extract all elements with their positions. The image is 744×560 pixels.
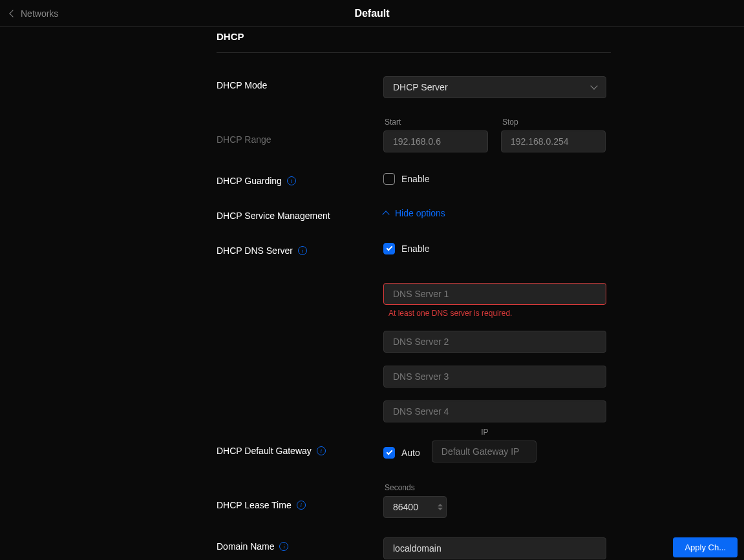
checkbox-guarding-enable[interactable] (383, 173, 395, 185)
input-dns-server-4[interactable] (383, 400, 606, 422)
input-range-stop[interactable] (501, 130, 606, 152)
section-title: DHCP (217, 27, 611, 52)
checkbox-gateway-auto[interactable] (383, 447, 395, 459)
label-range-start: Start (383, 118, 488, 127)
page-title: Default (354, 8, 389, 19)
label-lease-seconds: Seconds (383, 483, 611, 492)
input-dns-server-3[interactable] (383, 366, 606, 388)
dhcp-mode-value: DHCP Server (393, 82, 448, 92)
number-spinner[interactable] (438, 504, 443, 510)
info-icon[interactable]: i (298, 246, 307, 255)
label-default-gateway: DHCP Default Gateway i (217, 442, 383, 456)
dns-error-text: At least one DNS server is required. (383, 309, 611, 318)
label-gateway-ip: IP (432, 428, 537, 437)
chevron-down-icon (590, 82, 597, 89)
back-nav[interactable]: Networks (10, 8, 58, 19)
row-dhcp-range: DHCP Range Start Stop (217, 118, 611, 152)
spinner-down-icon[interactable] (438, 508, 443, 510)
label-dns-enable: Enable (401, 244, 430, 254)
label-gateway-auto: Auto (401, 448, 420, 458)
row-dhcp-guarding: DHCP Guarding i Enable (217, 172, 611, 194)
input-dns-server-2[interactable] (383, 331, 606, 353)
row-domain-name: Domain Name i (217, 537, 611, 559)
form-container: DHCP DHCP Mode DHCP Server DHCP Range St… (217, 27, 611, 559)
content-area: DHCP DHCP Mode DHCP Server DHCP Range St… (0, 27, 744, 560)
input-gateway-ip[interactable] (432, 441, 537, 462)
label-dns-server: DHCP DNS Server i (217, 242, 383, 256)
label-dhcp-mode: DHCP Mode (217, 76, 383, 90)
label-lease-time: DHCP Lease Time i (217, 483, 383, 510)
row-default-gateway: DHCP Default Gateway i Auto IP (217, 442, 611, 464)
row-dns-inputs: At least one DNS server is required. (217, 283, 611, 422)
label-dhcp-range: DHCP Range (217, 118, 383, 145)
dhcp-mode-select[interactable]: DHCP Server (383, 76, 606, 98)
info-icon[interactable]: i (317, 446, 326, 455)
info-icon[interactable]: i (279, 542, 288, 551)
footer-actions: Apply Ch... (666, 535, 744, 560)
label-service-mgmt: DHCP Service Management (217, 207, 383, 221)
page-header: Networks Default (0, 0, 744, 27)
row-dns-server: DHCP DNS Server i Enable (217, 242, 611, 264)
row-dhcp-mode: DHCP Mode DHCP Server (217, 76, 611, 98)
section-divider (217, 52, 611, 53)
input-dns-server-1[interactable] (383, 283, 606, 305)
label-guarding-enable: Enable (401, 174, 430, 184)
checkbox-dns-enable[interactable] (383, 243, 395, 254)
spinner-up-icon[interactable] (438, 504, 443, 506)
info-icon[interactable]: i (287, 176, 296, 185)
chevron-up-icon (382, 211, 389, 218)
back-label: Networks (21, 8, 58, 19)
input-domain-name[interactable] (383, 537, 606, 559)
apply-changes-button[interactable]: Apply Ch... (673, 537, 738, 557)
row-service-mgmt: DHCP Service Management Hide options (217, 207, 611, 229)
hide-options-toggle[interactable]: Hide options (383, 207, 611, 218)
label-dhcp-guarding: DHCP Guarding i (217, 172, 383, 186)
info-icon[interactable]: i (297, 501, 306, 510)
chevron-left-icon (9, 10, 16, 17)
checkmark-icon (386, 245, 392, 251)
input-range-start[interactable] (383, 130, 488, 152)
row-lease-time: DHCP Lease Time i Seconds (217, 483, 611, 518)
checkmark-icon (386, 449, 392, 455)
label-range-stop: Stop (501, 118, 606, 127)
label-domain-name: Domain Name i (217, 537, 383, 552)
